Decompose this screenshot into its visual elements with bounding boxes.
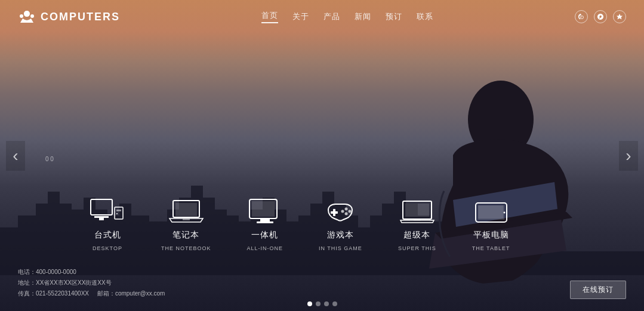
- game-name-zh: 游戏本: [327, 230, 354, 241]
- next-arrow[interactable]: ›: [619, 141, 638, 171]
- svg-rect-7: [115, 207, 123, 219]
- svg-rect-14: [252, 201, 275, 217]
- svg-point-21: [345, 213, 348, 215]
- nav-products[interactable]: 产品: [323, 11, 340, 22]
- dot-1[interactable]: [307, 301, 312, 306]
- dot-4[interactable]: [332, 301, 337, 306]
- prev-arrow[interactable]: ‹: [6, 141, 25, 171]
- laptop-name-en: THE NOTEBOOK: [161, 245, 211, 251]
- dot-2[interactable]: [316, 301, 321, 306]
- laptop-name-zh: 笔记本: [172, 230, 199, 241]
- header: COMPUTERS 首页 关于 产品 新闻 预订 联系: [0, 0, 644, 33]
- footer-info: 电话：400-0000-0000 地址：XX省XX市XX区XX街道XX号 传真：…: [18, 267, 165, 299]
- desktop-name-en: DESKTOP: [93, 245, 122, 251]
- logo: COMPUTERS: [18, 10, 120, 24]
- nav-news[interactable]: 新闻: [355, 11, 371, 22]
- svg-rect-24: [405, 204, 429, 217]
- logo-icon: [18, 10, 36, 24]
- svg-rect-12: [183, 218, 190, 220]
- main-nav: 首页 关于 产品 新闻 预订 联系: [261, 10, 433, 23]
- allinone-name-en: ALL-IN-ONE: [247, 245, 284, 251]
- fax: 传真：021-5522031400XX: [18, 290, 89, 297]
- category-laptop[interactable]: 笔记本 THE NOTEBOOK: [161, 198, 211, 251]
- svg-point-28: [503, 212, 505, 214]
- footer: 电话：400-0000-0000 地址：XX省XX市XX区XX街道XX号 传真：…: [0, 267, 644, 299]
- gamepad-icon: [322, 198, 358, 225]
- tablet-name-zh: 平板电脑: [473, 230, 509, 241]
- nav-booking[interactable]: 预订: [386, 11, 402, 22]
- category-desktop[interactable]: 台式机 DESKTOP: [90, 198, 125, 251]
- svg-rect-18: [331, 211, 338, 214]
- svg-point-9: [116, 213, 118, 214]
- desktop-icon: [90, 198, 125, 225]
- product-categories: 台式机 DESKTOP 笔记本 THE NOTEBOOK 一体机 ALL-IN-: [90, 198, 584, 251]
- svg-rect-6: [99, 218, 104, 220]
- allinone-name-zh: 一体机: [251, 230, 278, 241]
- svg-marker-3: [617, 14, 623, 20]
- category-tablet[interactable]: 平板电脑 THE TABLET: [472, 198, 510, 251]
- nav-home[interactable]: 首页: [261, 10, 278, 23]
- allinone-icon: [247, 198, 283, 225]
- logo-text: COMPUTERS: [41, 11, 120, 23]
- category-ultrabook[interactable]: 超级本 SUPER THIS: [398, 198, 436, 251]
- slide-dots: [307, 301, 337, 306]
- ultrabook-name-zh: 超级本: [403, 230, 430, 241]
- game-name-en: IN THIS GAME: [319, 245, 362, 251]
- svg-rect-8: [116, 210, 121, 211]
- tablet-icon: [473, 198, 509, 225]
- laptop-icon: [168, 198, 204, 225]
- svg-rect-5: [94, 216, 109, 218]
- svg-point-19: [345, 208, 348, 211]
- phone: 电话：400-0000-0000: [18, 267, 165, 278]
- desktop-name-zh: 台式机: [94, 230, 121, 241]
- svg-rect-16: [257, 221, 273, 223]
- svg-point-20: [349, 210, 352, 213]
- nav-contact[interactable]: 联系: [417, 11, 433, 22]
- online-booking-button[interactable]: 在线预订: [570, 281, 626, 299]
- email: 邮箱：computer@xx.com: [97, 290, 165, 297]
- social-icons: [575, 10, 626, 23]
- svg-rect-15: [260, 219, 270, 221]
- ultrabook-name-en: SUPER THIS: [398, 245, 436, 251]
- dot-3[interactable]: [324, 301, 329, 306]
- svg-point-1: [580, 16, 583, 19]
- hero-silhouette: [334, 24, 584, 292]
- address: 地址：XX省XX市XX区XX街道XX号: [18, 278, 165, 288]
- svg-rect-25: [414, 219, 421, 220]
- svg-rect-11: [175, 203, 197, 216]
- star-icon[interactable]: [613, 10, 626, 23]
- category-allinone[interactable]: 一体机 ALL-IN-ONE: [247, 198, 284, 251]
- tablet-name-en: THE TABLET: [472, 245, 510, 251]
- fax-email: 传真：021-5522031400XX 邮箱：computer@xx.com: [18, 288, 165, 299]
- pinterest-icon[interactable]: [594, 10, 607, 23]
- svg-point-2: [581, 17, 582, 17]
- svg-rect-29: [478, 205, 503, 218]
- svg-rect-4: [91, 199, 112, 215]
- category-game[interactable]: 游戏本 IN THIS GAME: [319, 198, 362, 251]
- weibo-icon[interactable]: [575, 10, 588, 23]
- ultrabook-icon: [399, 198, 435, 225]
- slide-indicator: 0 0: [45, 156, 54, 162]
- nav-about[interactable]: 关于: [292, 11, 309, 22]
- svg-point-22: [341, 210, 344, 213]
